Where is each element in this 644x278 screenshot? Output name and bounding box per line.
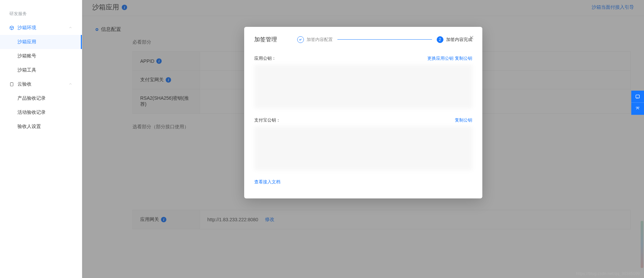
key-label: 支付宝公钥： [254,117,280,123]
alipay-key-content [254,127,472,170]
sidebar-group-label: 沙箱环境 [17,25,36,31]
step-number-icon: 2 [437,36,443,43]
sidebar-item-sandbox-tools[interactable]: 沙箱工具 [0,63,82,77]
copy-app-key-link[interactable]: 复制公钥 [455,55,472,61]
back-to-top-button[interactable] [631,103,644,115]
alipay-public-key-block: 支付宝公钥： 复制公钥 [254,117,472,170]
key-header: 支付宝公钥： 复制公钥 [254,117,472,123]
svg-rect-3 [636,95,640,98]
sidebar-group-label: 云验收 [17,81,32,87]
step-2: 2 加签内容完成 [437,36,472,43]
steps: 加签内容配置 2 加签内容完成 [297,36,472,43]
sidebar-group-cloud-accept[interactable]: 云验收 [0,77,82,91]
sidebar-section-title: 研发服务 [0,7,82,21]
step-connector [337,39,432,40]
step-1: 加签内容配置 [297,36,333,43]
app-public-key-block: 应用公钥： 更换应用公钥 复制公钥 [254,55,472,108]
copy-alipay-key-link[interactable]: 复制公钥 [455,117,472,123]
clipboard-icon [9,82,14,87]
close-button[interactable] [468,34,476,42]
svg-rect-0 [10,83,13,86]
float-tools [631,91,644,115]
step-label: 加签内容配置 [307,37,333,43]
sidebar-item-acceptor-setting[interactable]: 验收人设置 [0,120,82,134]
modal-overlay: 加签管理 加签内容配置 2 加签内容完成 [82,0,644,278]
replace-app-key-link[interactable]: 更换应用公钥 [427,55,453,61]
key-header: 应用公钥： 更换应用公钥 复制公钥 [254,55,472,61]
sidebar-group-sandbox[interactable]: 沙箱环境 [0,21,82,35]
view-docs-link[interactable]: 查看接入文档 [254,179,472,185]
main-area: 沙箱应用 i 沙箱当面付接入引导 信息配置 必看部分 APPID i [82,0,644,278]
sidebar-item-product-record[interactable]: 产品验收记录 [0,91,82,105]
sign-management-modal: 加签管理 加签内容配置 2 加签内容完成 [244,27,482,198]
sidebar: 研发服务 沙箱环境 沙箱应用 沙箱账号 沙箱工具 云验收 [0,0,82,278]
feedback-button[interactable] [631,91,644,103]
key-label: 应用公钥： [254,55,276,61]
sidebar-item-sandbox-account[interactable]: 沙箱账号 [0,49,82,63]
modal-header: 加签管理 加签内容配置 2 加签内容完成 [254,36,472,43]
modal-title: 加签管理 [254,36,277,43]
app-key-content [254,65,472,108]
cube-icon [9,26,14,30]
sidebar-item-activity-record[interactable]: 活动验收记录 [0,105,82,120]
check-icon [297,36,304,43]
sidebar-item-sandbox-app[interactable]: 沙箱应用 [0,35,82,49]
watermark: https://blog.csdn.net/qq_30385099 [576,271,640,276]
chevron-up-icon [68,82,72,87]
chevron-up-icon [68,25,72,31]
